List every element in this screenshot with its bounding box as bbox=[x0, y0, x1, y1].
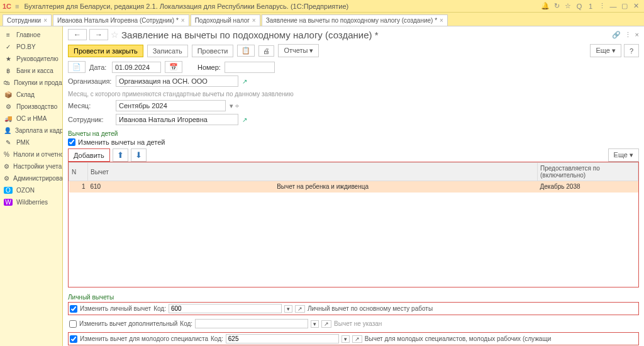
maximize-icon[interactable]: ▢ bbox=[619, 2, 630, 10]
children-checkbox[interactable] bbox=[68, 138, 75, 146]
history-icon[interactable]: ↻ bbox=[551, 2, 562, 10]
help-icon[interactable]: 1 bbox=[585, 3, 596, 10]
print-button[interactable]: 🖨 bbox=[258, 45, 274, 57]
sidebar-item-main[interactable]: ≡Главное bbox=[0, 29, 62, 41]
sidebar-item-poby[interactable]: ✓PO.BY bbox=[0, 41, 62, 53]
list-icon: ≡ bbox=[4, 31, 13, 38]
cart-icon: 🛍 bbox=[4, 79, 10, 86]
sidebar-item-warehouse[interactable]: 📦Склад bbox=[0, 89, 62, 101]
more-button[interactable]: Еще ▾ bbox=[590, 44, 621, 57]
help-button[interactable]: ? bbox=[624, 44, 639, 57]
org-label: Организация: bbox=[68, 77, 112, 85]
sidebar-item-rmk[interactable]: ✎РМК bbox=[0, 137, 62, 148]
additional-checkbox[interactable] bbox=[69, 320, 77, 328]
sidebar-item-assets[interactable]: 🚚ОС и НМА bbox=[0, 113, 62, 125]
favorite-icon[interactable]: ☆ bbox=[111, 30, 119, 40]
sidebar: ≡Главное ✓PO.BY ★Руководителю ฿Банк и ка… bbox=[0, 26, 63, 346]
sidebar-item-wb[interactable]: WWildberries bbox=[0, 196, 62, 208]
open-ref-button[interactable]: ↗ bbox=[295, 305, 305, 313]
col-deduct[interactable]: Вычет bbox=[88, 163, 538, 181]
month-picker-icon[interactable]: ▾ ÷ bbox=[230, 102, 239, 110]
move-up-button[interactable]: ⬆ bbox=[113, 148, 128, 162]
date-label: Дата: bbox=[89, 64, 108, 71]
link-icon[interactable]: 🔗 bbox=[612, 31, 621, 39]
tab-close-icon[interactable]: × bbox=[440, 17, 443, 24]
titlebar: 1С ≡ Бухгалтерия для Беларуси, редакция … bbox=[0, 0, 644, 13]
sidebar-item-sales[interactable]: 🛍Покупки и продажи bbox=[0, 77, 62, 89]
number-label: Номер: bbox=[197, 64, 221, 71]
col-n[interactable]: N bbox=[69, 163, 88, 181]
sidebar-item-bank[interactable]: ฿Банк и касса bbox=[0, 65, 62, 77]
org-input[interactable] bbox=[116, 75, 238, 87]
person-icon: 👤 bbox=[4, 127, 11, 134]
gear-icon: ⚙ bbox=[4, 175, 9, 182]
col-until[interactable]: Предоставляется по (включительно) bbox=[538, 163, 638, 181]
page-title: Заявление на вычеты по подоходному налог… bbox=[121, 30, 379, 40]
number-input[interactable] bbox=[225, 62, 275, 73]
young-checkbox-label: Изменить вычет для молодого специалиста bbox=[80, 335, 208, 342]
tab-close-icon[interactable]: × bbox=[181, 17, 185, 24]
nav-forward-button[interactable]: → bbox=[89, 29, 108, 40]
star-icon: ★ bbox=[4, 55, 13, 62]
tab-close-icon[interactable]: × bbox=[252, 17, 256, 24]
reports-button[interactable]: Отчеты ▾ bbox=[278, 44, 319, 57]
edit-icon: ✎ bbox=[4, 139, 13, 146]
dropdown-button[interactable]: ▾ bbox=[341, 335, 350, 343]
doc-state-button[interactable]: 📄 bbox=[68, 61, 86, 73]
personal-code-input[interactable] bbox=[169, 304, 282, 313]
settings-icon[interactable]: ⋮ bbox=[596, 2, 608, 10]
table-more-button[interactable]: Еще ▾ bbox=[608, 148, 639, 162]
sidebar-item-settings[interactable]: ⚙Настройки учета bbox=[0, 160, 62, 172]
employee-input[interactable] bbox=[116, 114, 238, 125]
sidebar-item-production[interactable]: ⚙Производство bbox=[0, 101, 62, 113]
month-input[interactable] bbox=[116, 100, 226, 111]
nav-back-button[interactable]: ← bbox=[68, 29, 87, 40]
tab-deduction-application[interactable]: Заявление на вычеты по подоходному налог… bbox=[262, 14, 448, 26]
tab-close-icon[interactable]: × bbox=[43, 17, 47, 24]
calendar-button[interactable]: 📅 bbox=[165, 61, 182, 73]
save-button[interactable]: Записать bbox=[147, 45, 188, 57]
sidebar-item-ozon[interactable]: OOZON bbox=[0, 184, 62, 196]
code-label: Код: bbox=[211, 335, 223, 342]
young-checkbox[interactable] bbox=[70, 335, 77, 343]
table-row[interactable]: 1 610Вычет на ребенка и иждивенца Декабр… bbox=[69, 181, 638, 193]
post-close-button[interactable]: Провести и закрыть bbox=[68, 45, 143, 57]
app-title: Бухгалтерия для Беларуси, редакция 2.1. … bbox=[24, 3, 348, 10]
date-input[interactable] bbox=[112, 62, 161, 73]
post-button[interactable]: Провести bbox=[192, 45, 234, 57]
add-row-button[interactable]: Добавить bbox=[68, 148, 110, 162]
ozon-icon: O bbox=[4, 187, 13, 194]
sidebar-item-manager[interactable]: ★Руководителю bbox=[0, 53, 62, 65]
app-logo: 1С bbox=[3, 3, 11, 10]
sidebar-item-admin[interactable]: ⚙Администрирование bbox=[0, 172, 62, 184]
move-down-button[interactable]: ⬇ bbox=[131, 148, 147, 162]
tab-income-tax[interactable]: Подоходный налог× bbox=[191, 14, 260, 26]
open-ref-icon[interactable]: ↗ bbox=[242, 116, 247, 123]
additional-checkbox-label: Изменить вычет дополнительный bbox=[79, 320, 177, 327]
tab-employee-card[interactable]: Иванова Наталья Игоревна (Сотрудник) *× bbox=[53, 14, 189, 26]
close-icon[interactable]: ✕ bbox=[630, 2, 641, 10]
more-icon[interactable]: ⋮ bbox=[625, 31, 631, 39]
sidebar-item-tax[interactable]: %Налоги и отчетность bbox=[0, 148, 62, 160]
young-code-input[interactable] bbox=[226, 334, 339, 343]
dropdown-button[interactable]: ▾ bbox=[284, 305, 292, 313]
truck-icon: 🚚 bbox=[4, 115, 13, 122]
open-ref-button[interactable]: ↗ bbox=[321, 320, 331, 328]
wildberries-icon: W bbox=[4, 199, 13, 206]
dropdown-button[interactable]: ▾ bbox=[311, 320, 319, 328]
sidebar-item-hr[interactable]: 👤Зарплата и кадры bbox=[0, 125, 62, 137]
bell-icon[interactable]: 🔔 bbox=[540, 2, 551, 10]
personal-checkbox[interactable] bbox=[70, 305, 77, 313]
additional-deduction-row: Изменить вычет дополнительный Код: ▾ ↗ В… bbox=[68, 318, 639, 330]
additional-code-input[interactable] bbox=[195, 319, 308, 328]
search-icon[interactable]: Q bbox=[574, 3, 585, 10]
star-icon[interactable]: ☆ bbox=[562, 2, 574, 10]
open-ref-icon[interactable]: ↗ bbox=[242, 78, 247, 85]
additional-desc: Вычет не указан bbox=[334, 320, 382, 327]
hamburger-icon[interactable]: ≡ bbox=[15, 3, 19, 10]
open-ref-button[interactable]: ↗ bbox=[352, 335, 362, 343]
minimize-icon[interactable]: — bbox=[608, 3, 619, 10]
close-icon[interactable]: × bbox=[635, 31, 639, 39]
list-button[interactable]: 📋 bbox=[237, 45, 255, 57]
tab-employees[interactable]: Сотрудники× bbox=[3, 14, 52, 26]
